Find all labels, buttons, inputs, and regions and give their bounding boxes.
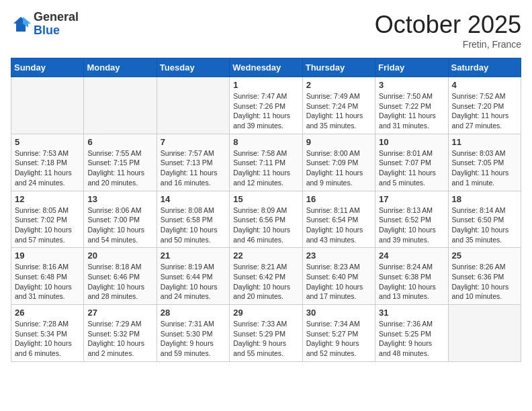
day-number: 14 [161, 194, 226, 204]
calendar-cell: 28Sunrise: 7:31 AM Sunset: 5:30 PM Dayli… [157, 305, 229, 362]
calendar-week-5: 26Sunrise: 7:28 AM Sunset: 5:34 PM Dayli… [11, 305, 521, 362]
day-info: Sunrise: 8:08 AM Sunset: 6:58 PM Dayligh… [161, 205, 226, 245]
day-number: 4 [452, 80, 517, 90]
day-number: 1 [233, 80, 298, 90]
calendar-cell: 21Sunrise: 8:19 AM Sunset: 6:44 PM Dayli… [157, 248, 229, 305]
day-info: Sunrise: 7:47 AM Sunset: 7:26 PM Dayligh… [233, 91, 298, 131]
day-number: 27 [87, 308, 152, 318]
calendar-week-1: 1Sunrise: 7:47 AM Sunset: 7:26 PM Daylig… [11, 77, 521, 134]
calendar-cell: 16Sunrise: 8:11 AM Sunset: 6:54 PM Dayli… [302, 191, 375, 248]
weekday-wednesday: Wednesday [230, 58, 302, 77]
logo-icon [11, 14, 31, 34]
day-info: Sunrise: 8:26 AM Sunset: 6:36 PM Dayligh… [452, 262, 517, 302]
day-info: Sunrise: 8:16 AM Sunset: 6:48 PM Dayligh… [15, 262, 80, 302]
day-info: Sunrise: 8:03 AM Sunset: 7:05 PM Dayligh… [452, 148, 517, 188]
day-info: Sunrise: 8:14 AM Sunset: 6:50 PM Dayligh… [452, 205, 517, 245]
day-info: Sunrise: 8:06 AM Sunset: 7:00 PM Dayligh… [87, 205, 152, 245]
weekday-tuesday: Tuesday [157, 58, 229, 77]
weekday-friday: Friday [375, 58, 448, 77]
day-info: Sunrise: 7:57 AM Sunset: 7:13 PM Dayligh… [161, 148, 226, 188]
calendar-body: 1Sunrise: 7:47 AM Sunset: 7:26 PM Daylig… [11, 77, 521, 362]
day-info: Sunrise: 7:36 AM Sunset: 5:25 PM Dayligh… [379, 319, 444, 359]
day-number: 31 [379, 308, 444, 318]
day-number: 2 [306, 80, 371, 90]
calendar-cell: 7Sunrise: 7:57 AM Sunset: 7:13 PM Daylig… [157, 134, 229, 191]
day-number: 26 [15, 308, 80, 318]
day-number: 6 [87, 137, 152, 147]
day-info: Sunrise: 7:49 AM Sunset: 7:24 PM Dayligh… [306, 91, 371, 131]
weekday-header-row: SundayMondayTuesdayWednesdayThursdayFrid… [11, 58, 521, 77]
calendar-cell [11, 77, 84, 134]
calendar-cell: 13Sunrise: 8:06 AM Sunset: 7:00 PM Dayli… [84, 191, 157, 248]
day-info: Sunrise: 8:00 AM Sunset: 7:09 PM Dayligh… [306, 148, 371, 188]
day-info: Sunrise: 8:05 AM Sunset: 7:02 PM Dayligh… [15, 205, 80, 245]
day-number: 15 [233, 194, 298, 204]
logo-blue-text: Blue [34, 24, 60, 37]
day-number: 9 [306, 137, 371, 147]
calendar-cell: 25Sunrise: 8:26 AM Sunset: 6:36 PM Dayli… [448, 248, 521, 305]
day-info: Sunrise: 8:09 AM Sunset: 6:56 PM Dayligh… [233, 205, 298, 245]
calendar-cell: 17Sunrise: 8:13 AM Sunset: 6:52 PM Dayli… [375, 191, 448, 248]
calendar-cell [448, 305, 521, 362]
calendar-cell: 22Sunrise: 8:21 AM Sunset: 6:42 PM Dayli… [230, 248, 302, 305]
day-number: 18 [452, 194, 517, 204]
day-info: Sunrise: 7:34 AM Sunset: 5:27 PM Dayligh… [306, 319, 371, 359]
day-info: Sunrise: 8:18 AM Sunset: 6:46 PM Dayligh… [87, 262, 152, 302]
day-info: Sunrise: 8:23 AM Sunset: 6:40 PM Dayligh… [306, 262, 371, 302]
calendar-cell: 11Sunrise: 8:03 AM Sunset: 7:05 PM Dayli… [448, 134, 521, 191]
day-number: 28 [161, 308, 226, 318]
day-info: Sunrise: 8:01 AM Sunset: 7:07 PM Dayligh… [379, 148, 444, 188]
weekday-saturday: Saturday [448, 58, 521, 77]
day-number: 29 [233, 308, 298, 318]
day-number: 10 [379, 137, 444, 147]
day-number: 12 [15, 194, 80, 204]
calendar-cell: 6Sunrise: 7:55 AM Sunset: 7:15 PM Daylig… [84, 134, 157, 191]
weekday-thursday: Thursday [302, 58, 375, 77]
day-number: 21 [161, 250, 226, 261]
day-info: Sunrise: 7:53 AM Sunset: 7:18 PM Dayligh… [15, 148, 80, 188]
calendar-cell: 30Sunrise: 7:34 AM Sunset: 5:27 PM Dayli… [302, 305, 375, 362]
day-number: 13 [87, 194, 152, 204]
day-info: Sunrise: 8:11 AM Sunset: 6:54 PM Dayligh… [306, 205, 371, 245]
day-number: 3 [379, 80, 444, 90]
calendar-cell: 19Sunrise: 8:16 AM Sunset: 6:48 PM Dayli… [11, 248, 84, 305]
weekday-sunday: Sunday [11, 58, 84, 77]
day-number: 19 [15, 250, 80, 261]
page-header: General Blue October 2025 Fretin, France [11, 11, 521, 50]
day-info: Sunrise: 8:13 AM Sunset: 6:52 PM Dayligh… [379, 205, 444, 245]
day-number: 22 [233, 250, 298, 261]
day-info: Sunrise: 7:33 AM Sunset: 5:29 PM Dayligh… [233, 319, 298, 359]
calendar-cell: 9Sunrise: 8:00 AM Sunset: 7:09 PM Daylig… [302, 134, 375, 191]
day-number: 16 [306, 194, 371, 204]
logo: General Blue [11, 11, 79, 38]
calendar-cell: 14Sunrise: 8:08 AM Sunset: 6:58 PM Dayli… [157, 191, 229, 248]
calendar-cell: 29Sunrise: 7:33 AM Sunset: 5:29 PM Dayli… [230, 305, 302, 362]
day-info: Sunrise: 7:28 AM Sunset: 5:34 PM Dayligh… [15, 319, 80, 359]
calendar-cell: 12Sunrise: 8:05 AM Sunset: 7:02 PM Dayli… [11, 191, 84, 248]
calendar-cell: 8Sunrise: 7:58 AM Sunset: 7:11 PM Daylig… [230, 134, 302, 191]
calendar-cell: 1Sunrise: 7:47 AM Sunset: 7:26 PM Daylig… [230, 77, 302, 134]
calendar-cell: 24Sunrise: 8:24 AM Sunset: 6:38 PM Dayli… [375, 248, 448, 305]
day-number: 8 [233, 137, 298, 147]
day-number: 5 [15, 137, 80, 147]
day-number: 23 [306, 250, 371, 261]
location: Fretin, France [375, 39, 521, 50]
logo-general-text: General [34, 10, 79, 24]
calendar-cell: 27Sunrise: 7:29 AM Sunset: 5:32 PM Dayli… [84, 305, 157, 362]
day-info: Sunrise: 7:29 AM Sunset: 5:32 PM Dayligh… [87, 319, 152, 359]
day-number: 30 [306, 308, 371, 318]
day-number: 24 [379, 250, 444, 261]
day-info: Sunrise: 7:58 AM Sunset: 7:11 PM Dayligh… [233, 148, 298, 188]
day-info: Sunrise: 8:24 AM Sunset: 6:38 PM Dayligh… [379, 262, 444, 302]
calendar-cell [84, 77, 157, 134]
day-info: Sunrise: 7:55 AM Sunset: 7:15 PM Dayligh… [87, 148, 152, 188]
day-info: Sunrise: 8:19 AM Sunset: 6:44 PM Dayligh… [161, 262, 226, 302]
day-info: Sunrise: 7:50 AM Sunset: 7:22 PM Dayligh… [379, 91, 444, 131]
calendar-week-4: 19Sunrise: 8:16 AM Sunset: 6:48 PM Dayli… [11, 248, 521, 305]
day-number: 25 [452, 250, 517, 261]
calendar-week-3: 12Sunrise: 8:05 AM Sunset: 7:02 PM Dayli… [11, 191, 521, 248]
day-info: Sunrise: 8:21 AM Sunset: 6:42 PM Dayligh… [233, 262, 298, 302]
day-info: Sunrise: 7:31 AM Sunset: 5:30 PM Dayligh… [161, 319, 226, 359]
calendar-table: SundayMondayTuesdayWednesdayThursdayFrid… [11, 58, 521, 362]
calendar-cell: 4Sunrise: 7:52 AM Sunset: 7:20 PM Daylig… [448, 77, 521, 134]
